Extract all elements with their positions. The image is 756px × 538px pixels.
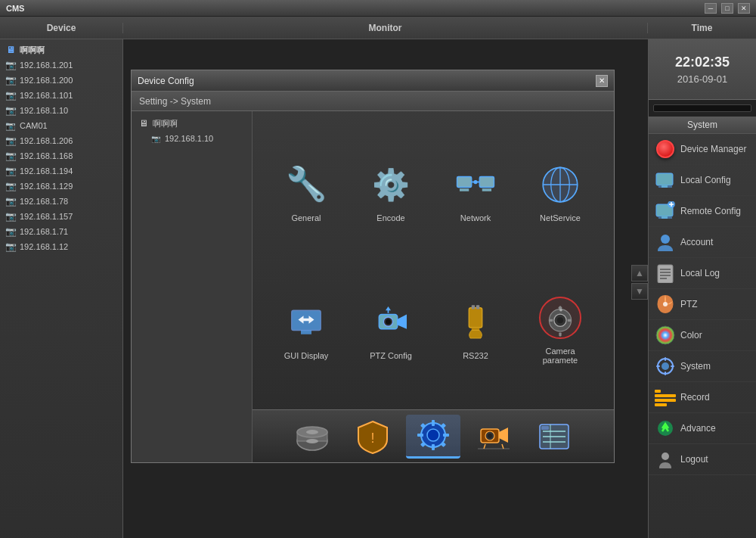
svg-point-36 [306, 439, 318, 443]
ptz-item[interactable]: PTZ [649, 289, 756, 320]
dialog-close-button[interactable]: ✕ [596, 75, 608, 87]
svg-point-18 [386, 319, 391, 325]
tree-item[interactable]: 📷192.168.1.200 [2, 73, 121, 88]
dialog-tree-root[interactable]: 🖥 啊啊啊 [135, 116, 249, 131]
remote-config-item[interactable]: Remote Config [649, 196, 756, 227]
svg-rect-3 [460, 188, 469, 191]
tree-item-icon: 📷 [5, 89, 17, 101]
svg-rect-82 [665, 372, 666, 375]
svg-rect-5 [482, 188, 491, 191]
network-label: Network [460, 213, 491, 222]
color-item[interactable]: Color [649, 320, 756, 351]
gui-icon [282, 298, 330, 347]
logout-label: Logout [680, 454, 708, 465]
svg-marker-49 [499, 428, 508, 443]
progress-bar[interactable] [653, 104, 751, 112]
advance-icon [655, 418, 676, 439]
camera-label: Camera paramete [528, 347, 593, 365]
list-tab[interactable] [527, 415, 581, 459]
tree-item-label: 192.168.1.200 [20, 76, 73, 85]
tree-item[interactable]: 📷192.168.1.129 [2, 179, 121, 194]
svg-rect-19 [469, 308, 482, 328]
tree-item[interactable]: 📷192.168.1.201 [2, 58, 121, 73]
svg-point-90 [662, 452, 669, 460]
svg-rect-21 [476, 305, 479, 309]
app-title: CMS [6, 4, 24, 13]
maximize-button[interactable]: □ [721, 3, 733, 14]
close-button[interactable]: ✕ [738, 3, 750, 14]
encode-label: Encode [376, 213, 404, 222]
svg-point-25 [557, 317, 563, 323]
logout-item[interactable]: Logout [649, 444, 756, 475]
ptz-config-icon-item[interactable]: PTZ Config [352, 264, 429, 394]
rs232-label: RS232 [463, 351, 488, 360]
local-log-item[interactable]: Local Log [649, 258, 756, 289]
tree-item-icon: 📷 [5, 210, 17, 222]
tree-item-icon: 📷 [5, 180, 17, 192]
tree-item-label: 192.168.1.10 [20, 106, 68, 115]
window-controls[interactable]: ─ □ ✕ [705, 3, 750, 14]
tree-item[interactable]: 📷192.168.1.71 [2, 224, 121, 239]
icons-grid: 🔧 General ⚙️ Enco [253, 111, 614, 409]
tree-item-icon: 📷 [5, 195, 17, 207]
ptz-icon [655, 294, 676, 315]
tree-root[interactable]: 🖥 啊啊啊 [2, 42, 121, 58]
network-icon-item[interactable]: Network [437, 126, 514, 257]
tree-item-icon: 📷 [5, 59, 17, 71]
shield-tab[interactable]: ! [345, 415, 400, 459]
netservice-icon-item[interactable]: NetService [522, 126, 599, 257]
tree-item[interactable]: 📷192.168.1.168 [2, 148, 121, 163]
device-manager-item[interactable]: Device Manager [649, 134, 756, 165]
tree-item-icon: 📷 [5, 165, 17, 177]
tree-item[interactable]: 📷192.168.1.10 [2, 103, 121, 118]
account-item[interactable]: Account [649, 227, 756, 258]
system-label: System [680, 361, 711, 372]
tree-item[interactable]: 📷192.168.1.206 [2, 133, 121, 148]
tree-item[interactable]: 📷192.168.1.12 [2, 239, 121, 254]
camera-net-tab[interactable] [466, 415, 521, 459]
tree-item[interactable]: 📷192.168.1.194 [2, 163, 121, 179]
svg-rect-4 [479, 177, 494, 188]
svg-rect-81 [665, 357, 666, 361]
general-icon-item[interactable]: 🔧 General [268, 126, 345, 257]
advance-item[interactable]: Advance [649, 413, 756, 444]
svg-rect-83 [656, 365, 660, 367]
general-label: General [291, 213, 321, 222]
camera-icon-item[interactable]: ● Camera paramete [522, 264, 599, 394]
tree-item-icon: 📷 [5, 135, 17, 147]
svg-text:🔧: 🔧 [286, 164, 327, 204]
record-item[interactable]: Record [649, 382, 756, 413]
minimize-button[interactable]: ─ [705, 3, 717, 14]
dialog-tree-root-icon: 🖥 [138, 117, 150, 129]
account-label: Account [680, 237, 713, 247]
svg-rect-28 [549, 319, 553, 322]
svg-rect-20 [472, 305, 475, 309]
rs232-icon-item[interactable]: RS232 [437, 264, 514, 394]
dialog-tree-child[interactable]: 📷 192.168.1.10 [135, 131, 249, 146]
gui-icon-item[interactable]: GUI Display [268, 264, 345, 394]
system-item[interactable]: System [649, 351, 756, 382]
svg-rect-85 [655, 390, 661, 393]
color-label: Color [680, 330, 702, 341]
tree-item-label: 192.168.1.71 [20, 227, 68, 236]
device-tree: 🖥 啊啊啊 📷192.168.1.201📷192.168.1.200📷192.1… [0, 39, 122, 538]
encode-icon-item[interactable]: ⚙️ Encode [352, 126, 429, 257]
remote-config-label: Remote Config [680, 206, 741, 216]
svg-rect-86 [655, 394, 676, 397]
gear-tab[interactable] [406, 415, 460, 459]
tree-item[interactable]: 📷192.168.1.78 [2, 194, 121, 209]
tree-item[interactable]: 📷192.168.1.101 [2, 88, 121, 103]
tree-item-label: 192.168.1.194 [20, 166, 73, 176]
svg-rect-40 [432, 420, 435, 426]
svg-point-51 [488, 434, 492, 438]
local-config-item[interactable]: Local Config [649, 165, 756, 196]
tree-item[interactable]: 📷CAM01 [2, 118, 121, 133]
gui-label: GUI Display [284, 351, 329, 360]
dialog-title: Device Config [138, 76, 194, 86]
tree-item-icon: 📷 [5, 150, 17, 162]
hdd-tab[interactable] [285, 415, 339, 459]
device-manager-icon [655, 138, 676, 160]
tree-item[interactable]: 📷192.168.1.157 [2, 209, 121, 224]
dialog-tree-root-label: 啊啊啊 [153, 118, 178, 129]
local-log-label: Local Log [680, 268, 720, 278]
